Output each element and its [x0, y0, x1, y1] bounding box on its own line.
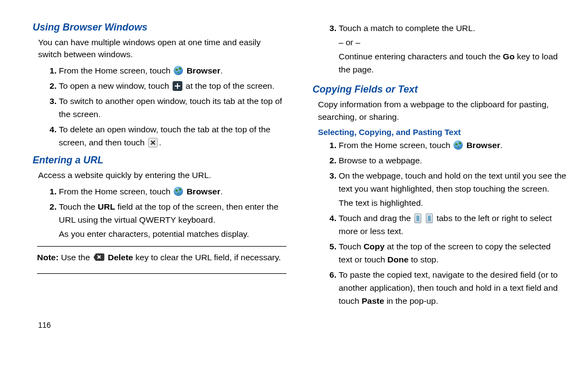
substep: As you enter characters, potential match… — [59, 228, 286, 241]
note-text-a: Use the — [59, 253, 93, 262]
plus-icon — [173, 81, 182, 91]
period: . — [500, 140, 503, 150]
heading-using-browser-windows: Using Browser Windows — [33, 22, 286, 33]
step-1: From the Home screen, touch Browser. — [46, 64, 286, 77]
browser-label: Browser — [187, 187, 220, 196]
period: . — [220, 187, 223, 196]
divider-bottom — [37, 273, 286, 274]
text: From the Home screen, touch — [59, 187, 173, 196]
globe-icon — [174, 187, 183, 196]
divider-top — [37, 246, 286, 247]
note: Note: Use the Delete key to clear the UR… — [37, 251, 286, 268]
or: – or – — [339, 36, 566, 49]
text: To open a new window, touch — [59, 81, 171, 90]
browser-label: Browser — [187, 66, 220, 75]
step-4: To delete an open window, touch the tab … — [46, 123, 286, 149]
t2: in the pop-up. — [384, 296, 438, 305]
left-column: Using Browser Windows You can have multi… — [33, 22, 286, 329]
url-label: URL — [98, 202, 115, 211]
steps-browser-windows: From the Home screen, touch Browser. To … — [46, 64, 286, 149]
text: From the Home screen, touch — [59, 66, 173, 75]
step-3: On the webpage, touch and hold on the te… — [326, 169, 566, 210]
copy-label: Copy — [364, 242, 385, 251]
heading-copying-fields: Copying Fields or Text — [313, 84, 566, 95]
subheading-selecting-copying: Selecting, Copying, and Pasting Text — [318, 127, 566, 137]
text-after: at the top of the screen. — [183, 81, 274, 90]
text-a: Touch and drag the — [339, 213, 413, 223]
step-3: Touch a match to complete the URL. – or … — [326, 22, 566, 76]
manual-page: Using Browser Windows You can have multi… — [0, 0, 588, 340]
step-2: Browse to a webpage. — [326, 154, 566, 167]
globe-icon — [454, 140, 463, 150]
text: On the webpage, touch and hold on the te… — [339, 171, 566, 193]
period: . — [220, 66, 223, 75]
note-text-c: key to clear the URL field, if necessary… — [133, 253, 280, 262]
text: From the Home screen, touch — [339, 140, 452, 150]
step-2: Touch the URL field at the top of the sc… — [46, 200, 286, 241]
step-2: To open a new window, touch at the top o… — [46, 79, 286, 93]
intro-browser-windows: You can have multiple windows open at on… — [38, 36, 286, 61]
text: To switch to another open window, touch … — [59, 96, 282, 119]
step-1: From the Home screen, touch Browser. — [46, 185, 286, 198]
paste-label: Paste — [362, 296, 384, 305]
intro-entering-url: Access a website quickly by entering the… — [38, 169, 286, 181]
delete-label: Delete — [108, 253, 133, 262]
text: To delete an open window, touch the tab … — [59, 125, 271, 147]
step-1: From the Home screen, touch Browser. — [326, 139, 566, 152]
steps-entering-url: From the Home screen, touch Browser. Tou… — [46, 185, 286, 241]
selection-handle-right-icon — [426, 213, 433, 223]
done-label: Done — [388, 255, 409, 264]
step-6: To paste the copied text, navigate to th… — [326, 268, 566, 308]
continue: Continue entering characters and touch t… — [339, 50, 566, 76]
intro-copying: Copy information from a webpage to the c… — [318, 99, 566, 123]
t1: Continue entering characters and touch t… — [339, 52, 503, 61]
heading-entering-url: Entering a URL — [33, 155, 286, 166]
text: Touch the — [59, 202, 98, 211]
text-a: Touch a match to complete the URL. — [339, 23, 475, 33]
go-label: Go — [503, 52, 515, 61]
step-4: Touch and drag the tabs to the left or r… — [326, 212, 566, 238]
close-icon — [148, 138, 158, 148]
period: . — [159, 138, 161, 147]
right-column: Touch a match to complete the URL. – or … — [313, 22, 566, 329]
text: Browse to a webpage. — [339, 156, 422, 165]
t1: Touch — [339, 242, 364, 251]
page-number: 116 — [33, 321, 286, 329]
t3: to stop. — [408, 255, 438, 264]
step-5: Touch Copy at the top of the screen to c… — [326, 240, 566, 266]
steps-copying: From the Home screen, touch Browser. Bro… — [326, 139, 566, 308]
selection-handle-left-icon — [414, 213, 421, 223]
step-3: To switch to another open window, touch … — [46, 95, 286, 121]
substep: The text is highlighted. — [339, 197, 566, 210]
browser-label: Browser — [467, 140, 500, 150]
note-label: Note: — [37, 253, 59, 262]
globe-icon — [174, 66, 183, 75]
steps-url-continued: Touch a match to complete the URL. – or … — [326, 22, 566, 76]
delete-key-icon — [94, 253, 105, 261]
